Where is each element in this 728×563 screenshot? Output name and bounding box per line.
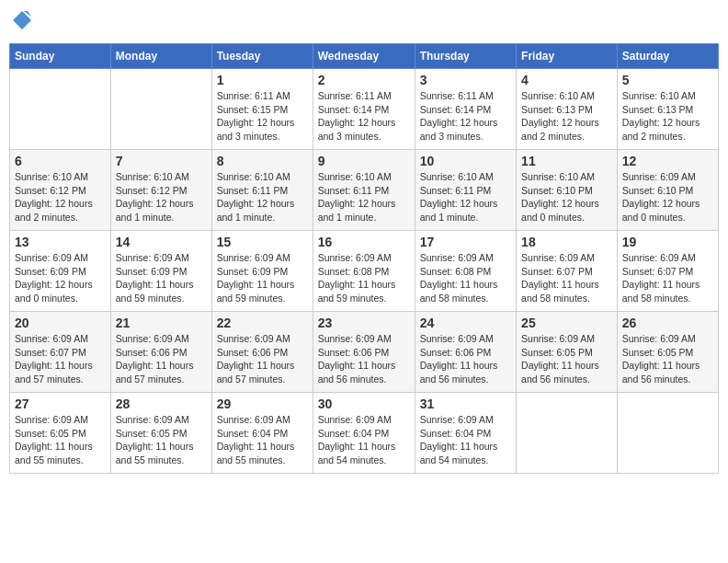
day-info: Sunrise: 6:10 AM Sunset: 6:12 PM Dayligh…: [15, 170, 106, 224]
weekday-header: Monday: [110, 44, 211, 69]
calendar-cell: 28Sunrise: 6:09 AM Sunset: 6:05 PM Dayli…: [110, 393, 211, 474]
calendar-cell: [110, 69, 211, 150]
weekday-header: Wednesday: [313, 44, 415, 69]
day-info: Sunrise: 6:09 AM Sunset: 6:06 PM Dayligh…: [318, 332, 410, 386]
day-number: 24: [420, 316, 511, 330]
logo-icon: [11, 9, 33, 31]
day-number: 14: [116, 235, 207, 249]
calendar-cell: 18Sunrise: 6:09 AM Sunset: 6:07 PM Dayli…: [517, 231, 618, 312]
day-info: Sunrise: 6:09 AM Sunset: 6:05 PM Dayligh…: [622, 332, 713, 386]
day-number: 6: [15, 154, 106, 168]
calendar-table: SundayMondayTuesdayWednesdayThursdayFrid…: [9, 43, 719, 474]
calendar-cell: 16Sunrise: 6:09 AM Sunset: 6:08 PM Dayli…: [313, 231, 415, 312]
day-number: 13: [15, 235, 106, 249]
calendar-header-row: SundayMondayTuesdayWednesdayThursdayFrid…: [10, 44, 719, 69]
day-info: Sunrise: 6:09 AM Sunset: 6:05 PM Dayligh…: [521, 332, 612, 386]
day-info: Sunrise: 6:10 AM Sunset: 6:10 PM Dayligh…: [521, 170, 612, 224]
calendar-cell: [10, 69, 111, 150]
calendar-cell: 14Sunrise: 6:09 AM Sunset: 6:09 PM Dayli…: [110, 231, 211, 312]
day-number: 28: [116, 396, 207, 411]
day-info: Sunrise: 6:09 AM Sunset: 6:05 PM Dayligh…: [15, 413, 106, 467]
day-info: Sunrise: 6:09 AM Sunset: 6:10 PM Dayligh…: [622, 170, 713, 224]
page-header: [9, 9, 719, 36]
calendar-cell: 29Sunrise: 6:09 AM Sunset: 6:04 PM Dayli…: [211, 393, 313, 474]
calendar-cell: 24Sunrise: 6:09 AM Sunset: 6:06 PM Dayli…: [415, 312, 516, 393]
day-number: 4: [521, 73, 612, 87]
day-number: 2: [318, 73, 410, 87]
day-number: 3: [420, 73, 511, 87]
calendar-cell: 13Sunrise: 6:09 AM Sunset: 6:09 PM Dayli…: [10, 231, 111, 312]
day-info: Sunrise: 6:09 AM Sunset: 6:06 PM Dayligh…: [116, 332, 207, 386]
day-number: 19: [622, 235, 713, 249]
day-number: 1: [217, 73, 308, 87]
calendar-cell: 15Sunrise: 6:09 AM Sunset: 6:09 PM Dayli…: [211, 231, 313, 312]
calendar-cell: 5Sunrise: 6:10 AM Sunset: 6:13 PM Daylig…: [617, 69, 718, 150]
day-number: 21: [116, 316, 207, 330]
weekday-header: Tuesday: [211, 44, 313, 69]
day-number: 15: [217, 235, 308, 249]
day-info: Sunrise: 6:09 AM Sunset: 6:09 PM Dayligh…: [15, 251, 106, 305]
calendar-cell: [617, 393, 718, 474]
day-info: Sunrise: 6:10 AM Sunset: 6:11 PM Dayligh…: [318, 170, 410, 224]
day-info: Sunrise: 6:11 AM Sunset: 6:14 PM Dayligh…: [420, 89, 511, 144]
calendar-cell: 27Sunrise: 6:09 AM Sunset: 6:05 PM Dayli…: [10, 393, 111, 474]
calendar-cell: 23Sunrise: 6:09 AM Sunset: 6:06 PM Dayli…: [313, 312, 415, 393]
day-info: Sunrise: 6:09 AM Sunset: 6:05 PM Dayligh…: [116, 413, 207, 467]
day-info: Sunrise: 6:09 AM Sunset: 6:09 PM Dayligh…: [217, 251, 308, 305]
day-number: 7: [116, 154, 207, 168]
calendar-cell: 22Sunrise: 6:09 AM Sunset: 6:06 PM Dayli…: [211, 312, 313, 393]
calendar-cell: 1Sunrise: 6:11 AM Sunset: 6:15 PM Daylig…: [211, 69, 313, 150]
logo: [9, 9, 33, 36]
calendar-cell: 25Sunrise: 6:09 AM Sunset: 6:05 PM Dayli…: [517, 312, 618, 393]
day-number: 29: [217, 396, 308, 411]
calendar-cell: [517, 393, 618, 474]
day-info: Sunrise: 6:09 AM Sunset: 6:07 PM Dayligh…: [622, 251, 713, 305]
day-number: 16: [318, 235, 410, 249]
calendar-week-row: 1Sunrise: 6:11 AM Sunset: 6:15 PM Daylig…: [10, 69, 719, 150]
day-number: 12: [622, 154, 713, 168]
day-number: 8: [217, 154, 308, 168]
calendar-week-row: 20Sunrise: 6:09 AM Sunset: 6:07 PM Dayli…: [10, 312, 719, 393]
calendar-week-row: 27Sunrise: 6:09 AM Sunset: 6:05 PM Dayli…: [10, 393, 719, 474]
day-info: Sunrise: 6:11 AM Sunset: 6:14 PM Dayligh…: [318, 89, 410, 144]
calendar-cell: 6Sunrise: 6:10 AM Sunset: 6:12 PM Daylig…: [10, 150, 111, 231]
day-info: Sunrise: 6:10 AM Sunset: 6:13 PM Dayligh…: [622, 89, 713, 144]
calendar-cell: 3Sunrise: 6:11 AM Sunset: 6:14 PM Daylig…: [415, 69, 516, 150]
calendar-week-row: 6Sunrise: 6:10 AM Sunset: 6:12 PM Daylig…: [10, 150, 719, 231]
calendar-cell: 2Sunrise: 6:11 AM Sunset: 6:14 PM Daylig…: [313, 69, 415, 150]
calendar-cell: 26Sunrise: 6:09 AM Sunset: 6:05 PM Dayli…: [617, 312, 718, 393]
weekday-header: Sunday: [10, 44, 111, 69]
day-info: Sunrise: 6:09 AM Sunset: 6:06 PM Dayligh…: [420, 332, 511, 386]
calendar-cell: 31Sunrise: 6:09 AM Sunset: 6:04 PM Dayli…: [415, 393, 516, 474]
day-number: 5: [622, 73, 713, 87]
calendar-cell: 19Sunrise: 6:09 AM Sunset: 6:07 PM Dayli…: [617, 231, 718, 312]
day-number: 23: [318, 316, 410, 330]
weekday-header: Saturday: [617, 44, 718, 69]
day-info: Sunrise: 6:10 AM Sunset: 6:11 PM Dayligh…: [420, 170, 511, 224]
day-info: Sunrise: 6:09 AM Sunset: 6:08 PM Dayligh…: [420, 251, 511, 305]
day-info: Sunrise: 6:09 AM Sunset: 6:04 PM Dayligh…: [318, 413, 410, 467]
day-info: Sunrise: 6:09 AM Sunset: 6:04 PM Dayligh…: [217, 413, 308, 467]
day-number: 20: [15, 316, 106, 330]
day-number: 9: [318, 154, 410, 168]
calendar-week-row: 13Sunrise: 6:09 AM Sunset: 6:09 PM Dayli…: [10, 231, 719, 312]
day-info: Sunrise: 6:10 AM Sunset: 6:13 PM Dayligh…: [521, 89, 612, 144]
day-number: 31: [420, 396, 511, 411]
day-info: Sunrise: 6:09 AM Sunset: 6:07 PM Dayligh…: [15, 332, 106, 386]
calendar-cell: 11Sunrise: 6:10 AM Sunset: 6:10 PM Dayli…: [517, 150, 618, 231]
day-number: 25: [521, 316, 612, 330]
day-number: 10: [420, 154, 511, 168]
calendar-cell: 7Sunrise: 6:10 AM Sunset: 6:12 PM Daylig…: [110, 150, 211, 231]
calendar-cell: 21Sunrise: 6:09 AM Sunset: 6:06 PM Dayli…: [110, 312, 211, 393]
day-info: Sunrise: 6:09 AM Sunset: 6:06 PM Dayligh…: [217, 332, 308, 386]
day-info: Sunrise: 6:10 AM Sunset: 6:11 PM Dayligh…: [217, 170, 308, 224]
day-info: Sunrise: 6:10 AM Sunset: 6:12 PM Dayligh…: [116, 170, 207, 224]
day-number: 26: [622, 316, 713, 330]
calendar-cell: 4Sunrise: 6:10 AM Sunset: 6:13 PM Daylig…: [517, 69, 618, 150]
day-info: Sunrise: 6:09 AM Sunset: 6:04 PM Dayligh…: [420, 413, 511, 467]
calendar-cell: 30Sunrise: 6:09 AM Sunset: 6:04 PM Dayli…: [313, 393, 415, 474]
day-info: Sunrise: 6:09 AM Sunset: 6:09 PM Dayligh…: [116, 251, 207, 305]
day-number: 22: [217, 316, 308, 330]
day-info: Sunrise: 6:09 AM Sunset: 6:07 PM Dayligh…: [521, 251, 612, 305]
calendar-cell: 10Sunrise: 6:10 AM Sunset: 6:11 PM Dayli…: [415, 150, 516, 231]
